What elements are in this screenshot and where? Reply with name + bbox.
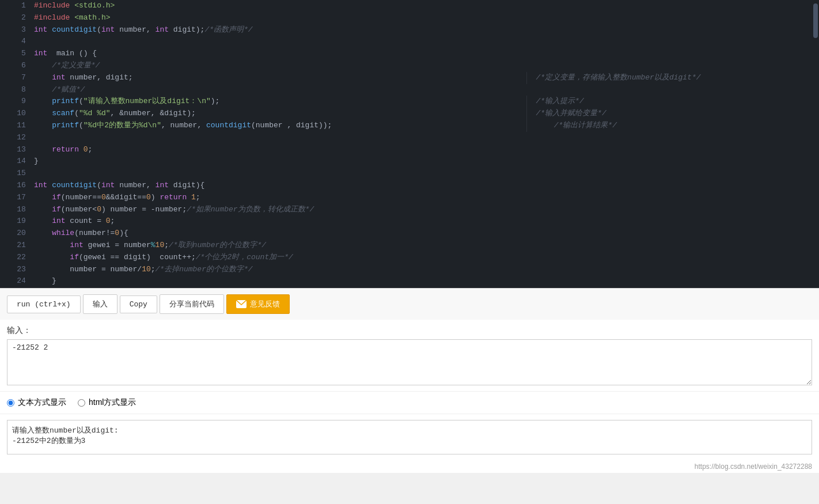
table-row: 20 while(number!=0){	[0, 228, 811, 240]
mail-icon	[236, 300, 247, 308]
table-row: 23 number = number/10;/*去掉number的个位数字*/	[0, 264, 811, 276]
input-button[interactable]: 输入	[83, 294, 117, 314]
html-mode-option[interactable]: html方式显示	[78, 397, 136, 408]
line-number: 21	[0, 240, 32, 252]
output-box: 请输入整数number以及digit: -21252中2的数量为3	[7, 420, 812, 454]
line-code: int countdigit(int number, int digit){	[32, 180, 526, 192]
code-content: 1#include <stdio.h>2#include <math.h>3in…	[0, 0, 811, 288]
text-mode-radio[interactable]	[7, 399, 14, 407]
text-mode-option[interactable]: 文本方式显示	[7, 397, 66, 408]
line-code	[32, 132, 526, 144]
line-number: 15	[0, 168, 32, 180]
footer-url: https://blog.csdn.net/weixin_43272288	[695, 463, 812, 471]
html-mode-label: html方式显示	[89, 397, 136, 408]
table-row: 25 return count;	[0, 287, 811, 288]
line-code: if(gewei == digit) count++;/*个位为2时，count…	[32, 252, 526, 264]
table-row: 9 printf("请输入整数number以及digit：\n");/*输入提示…	[0, 96, 811, 108]
feedback-button[interactable]: 意见反馈	[226, 294, 290, 314]
line-comment: /*输入提示*/	[527, 96, 811, 108]
table-row: 3int countdigit(int number, int digit);/…	[0, 24, 811, 36]
line-code: int countdigit(int number, int digit);/*…	[32, 24, 526, 36]
table-row: 16int countdigit(int number, int digit){	[0, 180, 811, 192]
table-row: 1#include <stdio.h>	[0, 0, 811, 12]
line-code: number = number/10;/*去掉number的个位数字*/	[32, 264, 526, 276]
line-code	[32, 36, 526, 48]
line-code: }	[32, 156, 526, 168]
table-row: 5int main () {	[0, 48, 811, 60]
scrollbar-thumb[interactable]	[813, 3, 818, 38]
line-number: 17	[0, 192, 32, 204]
line-comment: /*输入并赋给变量*/	[527, 108, 811, 120]
line-code	[32, 168, 526, 180]
display-options: 文本方式显示 html方式显示	[0, 391, 819, 414]
line-code: #include <stdio.h>	[32, 0, 526, 12]
copy-button[interactable]: Copy	[120, 295, 157, 313]
table-row: 18 if(number<0) number = -number;/*如果num…	[0, 204, 811, 216]
line-comment: /*定义变量，存储输入整数number以及digit*/	[527, 72, 811, 84]
line-number: 22	[0, 252, 32, 264]
line-code: scanf("%d %d", &number, &digit);	[32, 108, 526, 120]
line-number: 18	[0, 204, 32, 216]
line-code: }	[32, 275, 526, 287]
table-row: 22 if(gewei == digit) count++;/*个位为2时，co…	[0, 252, 811, 264]
share-button[interactable]: 分享当前代码	[160, 294, 224, 314]
line-code: if(number==0&&digit==0) return 1;	[32, 192, 526, 204]
table-row: 6 /*定义变量*/	[0, 60, 811, 72]
line-code: return count;	[32, 287, 526, 288]
input-label: 输入：	[7, 325, 812, 336]
output-line2: -21252中2的数量为3	[12, 435, 807, 446]
text-mode-label: 文本方式显示	[18, 397, 66, 408]
line-number: 24	[0, 275, 32, 287]
table-row: 12	[0, 132, 811, 144]
line-number: 12	[0, 132, 32, 144]
line-code: return 0;	[32, 144, 526, 156]
line-number: 11	[0, 120, 32, 132]
table-row: 8 /*赋值*/	[0, 84, 811, 96]
line-code: int count = 0;	[32, 215, 526, 228]
table-row: 4	[0, 36, 811, 48]
line-number: 16	[0, 180, 32, 192]
line-code: int main () {	[32, 48, 526, 60]
line-number: 1	[0, 0, 32, 12]
html-mode-radio[interactable]	[78, 399, 85, 407]
line-number: 3	[0, 24, 32, 36]
line-number: 4	[0, 36, 32, 48]
line-code: int number, digit;	[32, 72, 526, 84]
table-row: 21 int gewei = number%10;/*取到number的个位数字…	[0, 240, 811, 252]
input-textarea[interactable]	[7, 339, 812, 385]
table-row: 13 return 0;	[0, 144, 811, 156]
line-code: /*赋值*/	[32, 84, 526, 96]
table-row: 15	[0, 168, 811, 180]
scrollbar-area[interactable]	[811, 0, 819, 288]
line-code: #include <math.h>	[32, 12, 526, 24]
line-number: 19	[0, 215, 32, 228]
run-button[interactable]: run (ctrl+x)	[7, 295, 81, 313]
line-number: 23	[0, 264, 32, 276]
line-code: /*定义变量*/	[32, 60, 526, 72]
table-row: 10 scanf("%d %d", &number, &digit);/*输入并…	[0, 108, 811, 120]
line-number: 10	[0, 108, 32, 120]
line-number: 9	[0, 96, 32, 108]
line-number: 2	[0, 12, 32, 24]
table-row: 14}	[0, 156, 811, 168]
table-row: 11 printf("%d中2的数量为%d\n", number, countd…	[0, 120, 811, 132]
feedback-label: 意见反馈	[250, 299, 280, 309]
table-row: 24 }	[0, 275, 811, 287]
line-number: 6	[0, 60, 32, 72]
line-number: 13	[0, 144, 32, 156]
line-number: 7	[0, 72, 32, 84]
footer: https://blog.csdn.net/weixin_43272288	[0, 460, 819, 473]
line-code: if(number<0) number = -number;/*如果number…	[32, 204, 526, 216]
output-section: 请输入整数number以及digit: -21252中2的数量为3	[0, 414, 819, 460]
line-number: 8	[0, 84, 32, 96]
line-comment: /*输出计算结果*/	[527, 120, 811, 132]
line-number: 5	[0, 48, 32, 60]
line-code: printf("请输入整数number以及digit：\n");	[32, 96, 526, 108]
line-number: 25	[0, 287, 32, 288]
code-editor: 1#include <stdio.h>2#include <math.h>3in…	[0, 0, 819, 288]
table-row: 2#include <math.h>	[0, 12, 811, 24]
table-row: 19 int count = 0;	[0, 215, 811, 228]
output-line1: 请输入整数number以及digit:	[12, 425, 807, 435]
table-row: 7 int number, digit;/*定义变量，存储输入整数number以…	[0, 72, 811, 84]
table-row: 17 if(number==0&&digit==0) return 1;	[0, 192, 811, 204]
